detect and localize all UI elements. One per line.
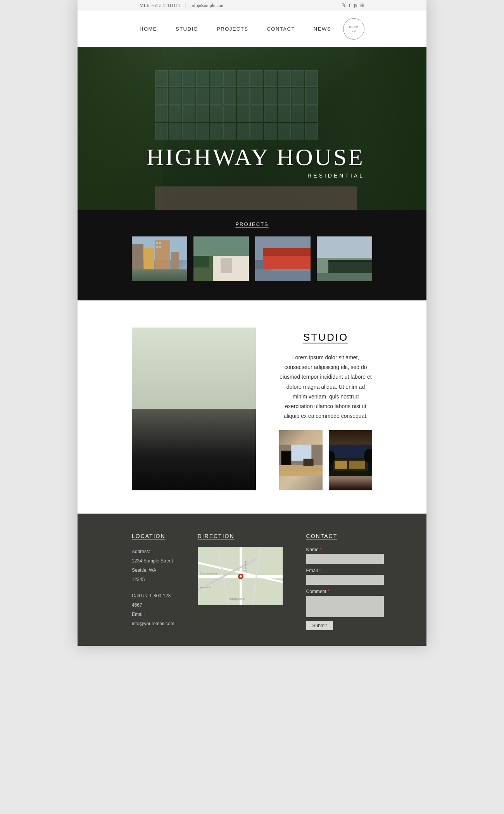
hero-trees-right bbox=[357, 47, 426, 210]
svg-rect-33 bbox=[178, 328, 180, 413]
footer: LOCATION Address: 1234 Sample Street Sea… bbox=[78, 514, 426, 646]
email-input[interactable] bbox=[306, 575, 384, 585]
comment-required: * bbox=[328, 589, 330, 594]
svg-rect-16 bbox=[193, 236, 249, 256]
comment-textarea[interactable] bbox=[306, 596, 384, 617]
projects-label[interactable]: PROJECTS bbox=[132, 221, 372, 227]
nav-links: HOME STUDIO PROJECTS CONTACT NEWS bbox=[140, 26, 331, 32]
hero-trees-left bbox=[78, 47, 163, 210]
project-thumb-2[interactable] bbox=[193, 236, 249, 281]
svg-rect-7 bbox=[156, 246, 158, 248]
submit-button[interactable]: Submit bbox=[306, 621, 333, 630]
svg-rect-25 bbox=[328, 260, 372, 275]
svg-text:Hobart R: Hobart R bbox=[244, 561, 247, 572]
svg-point-78 bbox=[240, 575, 242, 578]
pinterest-icon[interactable]: 𝕡 bbox=[354, 2, 357, 9]
location-email: Email: info@youremail.com bbox=[132, 610, 174, 628]
logo: ROOM CO bbox=[343, 18, 364, 40]
svg-rect-40 bbox=[142, 328, 142, 444]
svg-rect-36 bbox=[178, 370, 256, 371]
svg-rect-30 bbox=[132, 328, 256, 490]
project-thumb-1[interactable] bbox=[132, 236, 187, 281]
top-bar: MLB +61 3 11111111 | info@sample.com 𝕏 f… bbox=[78, 0, 426, 11]
hero-text: HIGHWAY HOUSE RESIDENTIAL bbox=[147, 143, 364, 179]
svg-rect-32 bbox=[178, 328, 256, 413]
svg-rect-6 bbox=[159, 242, 161, 244]
project-thumb-4[interactable] bbox=[317, 236, 372, 281]
studio-body: Lorem ipsum dolor sit amet, consectetur … bbox=[279, 353, 372, 421]
svg-rect-63 bbox=[329, 471, 372, 476]
svg-rect-49 bbox=[291, 445, 311, 461]
svg-rect-21 bbox=[255, 269, 311, 281]
page-wrapper: MLB +61 3 11111111 | info@sample.com 𝕏 f… bbox=[78, 0, 426, 646]
svg-rect-39 bbox=[138, 328, 138, 444]
svg-text:Macquarie St: Macquarie St bbox=[229, 597, 245, 600]
map-container: Cosgrove Ave Hobart R Wyman St Macquarie… bbox=[198, 547, 283, 605]
name-required: * bbox=[320, 547, 322, 552]
footer-contact: CONTACT Name * Email * Comment * Submi bbox=[306, 533, 384, 630]
grid-icon[interactable]: ⊞ bbox=[360, 2, 364, 9]
contact-heading: CONTACT bbox=[306, 533, 384, 539]
svg-rect-1 bbox=[132, 244, 143, 281]
svg-rect-43 bbox=[143, 452, 229, 486]
separator: | bbox=[185, 3, 186, 9]
svg-rect-41 bbox=[145, 328, 146, 444]
studio-title: STUDIO bbox=[279, 331, 372, 343]
email-required: * bbox=[319, 568, 321, 573]
location-address-label: Address: bbox=[132, 547, 174, 556]
svg-rect-20 bbox=[263, 248, 311, 256]
svg-rect-37 bbox=[132, 328, 178, 444]
svg-rect-60 bbox=[335, 461, 347, 469]
nav-news[interactable]: NEWS bbox=[314, 26, 331, 32]
svg-rect-10 bbox=[132, 275, 187, 281]
svg-rect-23 bbox=[317, 236, 372, 258]
svg-rect-42 bbox=[132, 444, 256, 490]
svg-rect-52 bbox=[279, 468, 323, 469]
svg-rect-15 bbox=[221, 258, 232, 273]
location-address-line2: Seattle, WA bbox=[132, 566, 174, 575]
svg-text:Wyman St: Wyman St bbox=[200, 586, 211, 588]
svg-rect-29 bbox=[317, 273, 372, 281]
svg-rect-44 bbox=[167, 455, 213, 475]
svg-rect-54 bbox=[304, 459, 314, 466]
nav-studio[interactable]: STUDIO bbox=[176, 26, 198, 32]
svg-rect-34 bbox=[209, 328, 211, 413]
location-address-line1: 1234 Sample Street bbox=[132, 556, 174, 566]
phone-number: MLB +61 3 11111111 bbox=[140, 3, 180, 9]
svg-rect-38 bbox=[134, 328, 135, 444]
social-links: 𝕏 f 𝕡 ⊞ bbox=[342, 2, 364, 9]
nav-contact[interactable]: CONTACT bbox=[267, 26, 295, 32]
location-phone: Call Us: 1-800-123-4567 bbox=[132, 591, 174, 610]
svg-rect-47 bbox=[198, 434, 225, 455]
svg-rect-9 bbox=[132, 273, 187, 281]
facebook-icon[interactable]: f bbox=[349, 2, 350, 9]
projects-grid bbox=[132, 236, 372, 281]
name-input[interactable] bbox=[306, 554, 384, 564]
svg-rect-53 bbox=[279, 470, 323, 471]
project-thumb-3[interactable] bbox=[255, 236, 311, 281]
svg-rect-46 bbox=[143, 436, 167, 455]
nav-home[interactable]: HOME bbox=[140, 26, 157, 32]
svg-rect-8 bbox=[159, 246, 161, 248]
studio-small-img-1 bbox=[279, 430, 323, 490]
email-address: info@sample.com bbox=[190, 3, 224, 9]
studio-main-image bbox=[132, 328, 256, 490]
svg-rect-45 bbox=[167, 455, 213, 457]
hero-subtitle: RESIDENTIAL bbox=[147, 172, 364, 179]
name-label: Name * bbox=[306, 547, 384, 552]
svg-rect-35 bbox=[240, 328, 242, 413]
svg-text:Cosgrove Ave: Cosgrove Ave bbox=[200, 572, 217, 575]
comment-label: Comment * bbox=[306, 589, 384, 594]
twitter-icon[interactable]: 𝕏 bbox=[342, 2, 346, 9]
nav-projects[interactable]: PROJECTS bbox=[217, 26, 248, 32]
svg-rect-22 bbox=[271, 269, 311, 271]
studio-content: STUDIO Lorem ipsum dolor sit amet, conse… bbox=[279, 328, 372, 490]
studio-layout: STUDIO Lorem ipsum dolor sit amet, conse… bbox=[132, 328, 372, 490]
hero-title: HIGHWAY HOUSE bbox=[147, 143, 364, 171]
contact-form: Name * Email * Comment * Submit bbox=[306, 547, 384, 630]
footer-location: LOCATION Address: 1234 Sample Street Sea… bbox=[132, 533, 174, 628]
location-address-line3: 12345 bbox=[132, 575, 174, 584]
svg-rect-31 bbox=[178, 328, 256, 413]
svg-rect-61 bbox=[349, 461, 365, 469]
projects-section: PROJECTS bbox=[78, 210, 426, 300]
